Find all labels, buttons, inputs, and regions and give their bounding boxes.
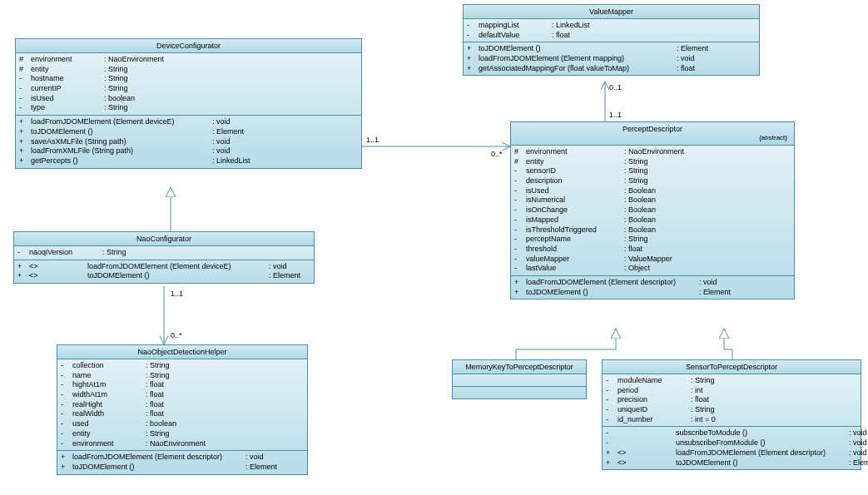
operations-section: +loadFromJDOMElement (Element descriptor… bbox=[511, 276, 794, 299]
op-type: : void bbox=[670, 54, 695, 64]
attr-type: : String bbox=[97, 74, 128, 84]
attr-name: uniqueID bbox=[618, 405, 684, 415]
attribute: -isUsed: boolean bbox=[19, 94, 358, 104]
visibility: - bbox=[514, 176, 526, 186]
op-name: toJDOMElement () bbox=[479, 44, 670, 54]
op-stereotype bbox=[618, 428, 676, 438]
operation: +<>toJDOMElement (): Element bbox=[606, 458, 857, 468]
op-name: saveAsXMLFile (String path) bbox=[31, 137, 206, 147]
op-name: loadFromJDOMElement (Element deviceE) bbox=[87, 262, 262, 272]
visibility: - bbox=[61, 371, 72, 381]
attr-type: : String bbox=[618, 176, 648, 186]
attr-type: : NaoEnvironment bbox=[139, 439, 206, 449]
operation: +<>toJDOMElement (): Element bbox=[17, 271, 310, 281]
attr-type: : float bbox=[139, 400, 164, 410]
attr-type: : String bbox=[139, 371, 170, 381]
attribute: -id_number: int = 0 bbox=[606, 415, 857, 425]
visibility: - bbox=[61, 361, 72, 371]
visibility: - bbox=[514, 215, 526, 225]
op-name: toJDOMElement () bbox=[676, 458, 842, 468]
visibility: - bbox=[19, 94, 31, 104]
op-stereotype: <> bbox=[29, 271, 87, 281]
attr-name: threshold bbox=[526, 245, 618, 255]
op-type: : Element bbox=[692, 288, 731, 298]
class-memory-key-to-percept-descriptor: MemoryKeyToPerceptDescriptor bbox=[452, 359, 587, 399]
operation: +getPercepts (): LinkedList bbox=[19, 156, 358, 166]
attr-type: : ValueMapper bbox=[618, 255, 672, 265]
attribute: -realHight: float bbox=[61, 400, 304, 410]
attribute: -moduleName: String bbox=[606, 376, 857, 386]
operation: +loadFromXMLFile (String path): void bbox=[19, 146, 358, 156]
attributes-section: -collection: String-name: String-hightAt… bbox=[57, 359, 307, 451]
attr-name: widthAt1m bbox=[72, 390, 139, 400]
attr-name: isUsed bbox=[31, 94, 97, 104]
op-stereotype: <> bbox=[618, 458, 676, 468]
attr-name: lastValue bbox=[526, 264, 618, 274]
attr-type: : boolean bbox=[97, 94, 135, 104]
visibility: + bbox=[467, 54, 479, 64]
visibility: - bbox=[514, 264, 526, 274]
attr-name: collection bbox=[72, 361, 139, 371]
attr-name: hostname bbox=[31, 74, 97, 84]
mult-dc-pd-right: 0..* bbox=[491, 150, 503, 158]
class-title: PerceptDescriptor {abstract} bbox=[511, 122, 794, 146]
class-percept-descriptor: PerceptDescriptor {abstract} #environmen… bbox=[510, 121, 795, 299]
op-type: : LinkedList bbox=[206, 156, 250, 166]
visibility: - bbox=[514, 196, 526, 205]
attr-name: description bbox=[526, 176, 618, 186]
attr-name: precision bbox=[618, 395, 684, 405]
visibility: - bbox=[514, 255, 526, 265]
attr-name: hightAt1m bbox=[72, 380, 139, 390]
visibility: + bbox=[19, 156, 31, 166]
attr-type: : float bbox=[618, 245, 642, 255]
visibility: - bbox=[606, 438, 618, 448]
op-type: : Element bbox=[670, 44, 708, 54]
op-name: unsubscribeFromModule () bbox=[676, 438, 842, 448]
operation: +loadFromJDOMElement (Element descriptor… bbox=[61, 453, 304, 463]
visibility: - bbox=[606, 428, 618, 438]
attribute: -isUsed: Boolean bbox=[514, 186, 791, 196]
operations-section: +<>loadFromJDOMElement (Element deviceE)… bbox=[14, 260, 314, 283]
attribute: -defaultValue: float bbox=[467, 31, 756, 41]
mult-nc-nh-top: 1..1 bbox=[171, 290, 183, 298]
attr-type: : float bbox=[684, 395, 709, 405]
visibility: + bbox=[19, 117, 31, 127]
attr-type: : String bbox=[139, 429, 170, 439]
op-name: toJDOMElement () bbox=[526, 288, 692, 298]
operations-section: -subscribeToModule (): void-unsubscribeF… bbox=[603, 427, 861, 469]
op-type: : Element bbox=[842, 458, 868, 468]
attr-type: : Boolean bbox=[618, 205, 656, 215]
op-name: toJDOMElement () bbox=[72, 463, 239, 473]
attr-type: : float bbox=[545, 31, 570, 41]
gen-sensor-percept bbox=[724, 329, 732, 359]
attr-type: : String bbox=[684, 405, 715, 415]
class-nao-object-detection-helper: NaoObjectDetectionHelper -collection: St… bbox=[57, 344, 308, 475]
attribute: #environment: NaoEnvironment bbox=[19, 55, 358, 65]
visibility: + bbox=[19, 137, 31, 147]
attr-name: isNumerical bbox=[526, 196, 618, 205]
visibility: - bbox=[19, 84, 31, 94]
operation: +loadFromJDOMElement (Element deviceE): … bbox=[19, 117, 358, 127]
op-type: : Element bbox=[206, 127, 244, 137]
attr-name: moduleName bbox=[618, 376, 684, 386]
operation: +loadFromJDOMElement (Element descriptor… bbox=[514, 278, 791, 288]
op-name: loadFromJDOMElement (Element descriptor) bbox=[676, 448, 842, 458]
visibility: + bbox=[17, 262, 29, 272]
class-title: NaoConfigurator bbox=[14, 232, 314, 246]
operation: +getAssociatedMappingFor (float valueToM… bbox=[467, 64, 756, 74]
op-type: : void bbox=[239, 453, 264, 463]
visibility: - bbox=[467, 31, 479, 41]
attribute: -mappingList: LinkedList bbox=[467, 21, 756, 31]
operations-section: +loadFromJDOMElement (Element deviceE): … bbox=[16, 116, 361, 167]
operation: +toJDOMElement (): Element bbox=[467, 44, 756, 54]
visibility: - bbox=[467, 21, 479, 31]
attribute: -isMapped: Boolean bbox=[514, 215, 791, 225]
class-stereotype: {abstract} bbox=[514, 133, 791, 142]
visibility: + bbox=[467, 44, 479, 54]
visibility: + bbox=[61, 463, 72, 473]
attr-name: realWidth bbox=[72, 409, 139, 419]
op-type: : void bbox=[842, 438, 867, 448]
visibility: - bbox=[61, 409, 72, 419]
attr-name: isMapped bbox=[526, 215, 618, 225]
attribute: -isThresholdTriggered: Boolean bbox=[514, 225, 791, 235]
